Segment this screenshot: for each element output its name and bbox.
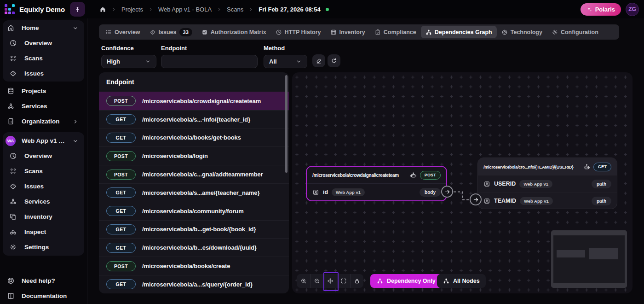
dependencies-graph-panel[interactable]: /microservicebola/crowdsignal/createteam… bbox=[292, 72, 632, 293]
endpoint-row[interactable]: POST /microservicebola/books/create bbox=[99, 257, 289, 275]
method-badge: POST bbox=[106, 170, 136, 180]
method-badge: GET bbox=[106, 187, 136, 198]
output-port[interactable] bbox=[441, 186, 453, 198]
endpoint-row[interactable]: GET /microservicebola/s...ame/{teacher_n… bbox=[99, 183, 289, 202]
chevron-down-icon bbox=[145, 58, 151, 64]
refresh-icon bbox=[331, 58, 337, 64]
chevron-down-icon bbox=[296, 58, 302, 64]
services-icon bbox=[9, 198, 17, 205]
home-solid-icon[interactable] bbox=[99, 6, 106, 13]
settings-icon bbox=[9, 243, 17, 251]
confidence-label: Confidence bbox=[101, 45, 161, 52]
breadcrumb-current: Fri Feb 27, 2026 08:54 bbox=[259, 6, 320, 13]
issues-count-badge: 33 bbox=[179, 28, 192, 36]
tab[interactable]: Technology bbox=[497, 26, 547, 38]
sidebar-item[interactable]: Inventory bbox=[3, 209, 84, 224]
scan-status-dot bbox=[326, 8, 329, 11]
scrollbar-thumb[interactable] bbox=[285, 75, 288, 173]
sidebar-item[interactable]: Settings bbox=[3, 240, 84, 255]
tab[interactable]: Authorization Matrix bbox=[197, 26, 271, 38]
list-icon bbox=[105, 29, 112, 35]
dial-icon bbox=[501, 29, 508, 35]
clipboard-icon bbox=[374, 29, 381, 35]
inspect-icon bbox=[9, 228, 17, 236]
sidebar-item[interactable]: Overview bbox=[3, 148, 84, 164]
organization-icon bbox=[7, 117, 15, 125]
endpoint-row[interactable]: POST /microservicebola/login bbox=[99, 146, 289, 165]
sidebar-item[interactable]: Home bbox=[3, 20, 84, 35]
method-badge: GET bbox=[106, 114, 136, 124]
chevron-right-icon bbox=[248, 7, 253, 12]
breadcrumb-item[interactable]: Scans bbox=[227, 6, 243, 13]
pin-icon bbox=[74, 6, 81, 13]
endpoint-row[interactable]: GET /microservicebola/b...es/download/{u… bbox=[99, 238, 289, 257]
issues-icon bbox=[9, 70, 17, 77]
app-logo-icon bbox=[5, 4, 15, 14]
confidence-select[interactable]: High bbox=[101, 55, 156, 68]
endpoint-row[interactable]: POST /microservicebola/c...gnal/addteamm… bbox=[99, 165, 289, 183]
endpoint-row[interactable]: GET /microservicebola/a...s/query/{order… bbox=[99, 275, 289, 293]
sidebar-item[interactable]: Documentation bbox=[3, 288, 84, 304]
input-port[interactable] bbox=[470, 193, 482, 205]
scans-icon bbox=[9, 54, 17, 62]
method-select[interactable]: All bbox=[264, 55, 307, 68]
top-bar: Equixly Demo ProjectsWeb App v1 - BOLASc… bbox=[0, 0, 644, 18]
sidebar-item[interactable]: Inspect bbox=[3, 224, 84, 240]
user-avatar[interactable]: ZG bbox=[626, 3, 639, 16]
inventory-icon bbox=[9, 213, 17, 221]
refresh-button[interactable] bbox=[328, 54, 340, 67]
services-icon bbox=[7, 102, 15, 110]
docs-icon bbox=[7, 292, 15, 300]
chevron-down-icon bbox=[72, 25, 79, 31]
sidebar-item[interactable]: Services bbox=[3, 194, 84, 209]
breadcrumb-item[interactable]: Web App v1 - BOLA bbox=[158, 6, 212, 13]
endpoint-row[interactable]: GET /microservicebola/s...-info/{teacher… bbox=[99, 110, 289, 129]
sidebar-item[interactable]: Overview bbox=[3, 35, 84, 51]
graph-icon bbox=[426, 29, 432, 35]
method-badge: POST bbox=[106, 261, 136, 271]
tab[interactable]: Configuration bbox=[547, 26, 603, 38]
polaris-button[interactable]: Polaris bbox=[581, 3, 621, 16]
overview-icon bbox=[9, 39, 17, 47]
endpoint-label: Endpoint bbox=[161, 45, 264, 52]
eraser-icon bbox=[316, 58, 322, 64]
gear-icon bbox=[552, 29, 558, 35]
tab[interactable]: Issues 33 bbox=[145, 26, 197, 38]
endpoint-input[interactable] bbox=[161, 55, 258, 68]
breadcrumb: ProjectsWeb App v1 - BOLAScans Fri Feb 2… bbox=[99, 6, 329, 13]
endpoint-list-header: Endpoint bbox=[99, 72, 289, 92]
sidebar-item[interactable]: Projects bbox=[3, 83, 84, 99]
chevron-right-icon bbox=[217, 7, 222, 12]
method-badge: GET bbox=[106, 206, 136, 216]
sidebar-item[interactable]: Scans bbox=[3, 164, 84, 179]
tab[interactable]: Overview bbox=[101, 26, 145, 38]
sidebar-item[interactable]: Scans bbox=[3, 51, 84, 66]
sidebar-item[interactable]: Services bbox=[3, 99, 84, 114]
sidebar-item[interactable]: Organization bbox=[3, 114, 84, 129]
tab[interactable]: Compliance bbox=[370, 26, 421, 38]
tab[interactable]: HTTP History bbox=[271, 26, 326, 38]
sidebar-item[interactable]: WA Web App v1 – BO... bbox=[3, 133, 84, 148]
endpoint-row[interactable]: POST /microservicebola/crowdsignal/creat… bbox=[99, 92, 289, 110]
method-badge: GET bbox=[106, 279, 136, 289]
arrow-right-icon bbox=[444, 189, 450, 195]
breadcrumb-item[interactable]: Projects bbox=[121, 6, 143, 13]
sidebar-item[interactable]: Issues bbox=[3, 66, 84, 81]
diamond-icon bbox=[150, 29, 156, 35]
tab-bar: Overview Issues 33 Authorization Matrix … bbox=[99, 24, 619, 40]
clear-filters-button[interactable] bbox=[312, 54, 325, 67]
sidebar-item[interactable]: Issues bbox=[3, 179, 84, 194]
endpoint-row[interactable]: GET /microservicebola/community/forum bbox=[99, 202, 289, 220]
endpoint-row[interactable]: GET /microservicebola/books/get-books bbox=[99, 129, 289, 147]
tab[interactable]: Dependencies Graph bbox=[421, 26, 497, 38]
endpoint-row[interactable]: GET /microservicebola/b...get-book/{book… bbox=[99, 220, 289, 239]
method-badge: GET bbox=[106, 243, 136, 253]
tab[interactable]: Inventory bbox=[326, 26, 370, 38]
sidebar-item[interactable]: Need help? bbox=[3, 273, 84, 288]
method-badge: POST bbox=[106, 96, 136, 106]
graph-minimap[interactable] bbox=[551, 230, 627, 288]
sidebar: Home Overview Scans Issues bbox=[0, 18, 87, 304]
scans-icon bbox=[9, 167, 17, 175]
help-icon bbox=[7, 277, 15, 285]
pin-button[interactable] bbox=[70, 2, 85, 17]
